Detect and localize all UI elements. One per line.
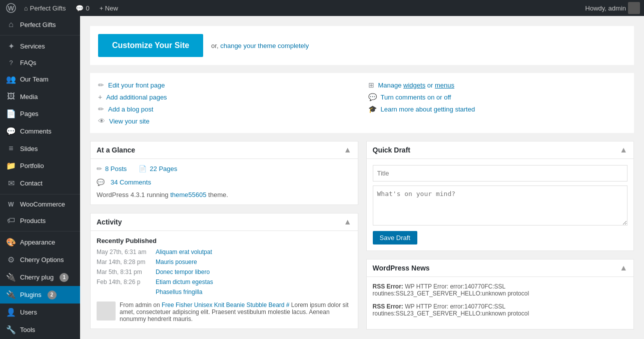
adminbar-new[interactable]: + New [96, 0, 122, 16]
sidebar-item-cherry-options[interactable]: ⚙ Cherry Options [0, 251, 80, 268]
adminbar-site-name: Perfect Gifts [30, 4, 66, 12]
plugins-badge: 2 [48, 290, 57, 300]
quick-link-view-site[interactable]: 👁 View your site [98, 115, 356, 127]
quick-link-learn-more-label: Learn more about getting started [381, 106, 475, 113]
glance-pages-icon: 📄 [139, 165, 147, 172]
sidebar-item-slides[interactable]: ≡ Slides [0, 140, 80, 157]
cherry-options-icon: ⚙ [6, 255, 16, 264]
sidebar-label-portfolio: Portfolio [20, 162, 44, 170]
activity-comment: From admin on Free Fisher Unisex Knit Be… [97, 302, 352, 322]
sidebar-label-media: Media [20, 93, 38, 100]
plugins-icon: 🔌 [6, 290, 16, 300]
services-icon: ✦ [6, 42, 16, 51]
glance-comments-link[interactable]: 34 Comments [111, 178, 151, 186]
comments-toggle-icon: 💬 [368, 93, 377, 101]
customize-or-label: or, [211, 42, 220, 50]
sidebar-item-appearance[interactable]: 🎨 Appearance [0, 234, 80, 251]
quick-draft-toggle[interactable]: ▲ [619, 146, 627, 154]
comments-icon: 💬 [6, 126, 16, 136]
quick-link-add-post[interactable]: ✏ Add a blog post [98, 103, 356, 115]
adminbar-site[interactable]: ⌂ Perfect Gifts [20, 0, 70, 16]
sidebar-label-services: Services [20, 42, 45, 50]
adminbar-comments-count: 0 [86, 4, 89, 12]
sidebar-item-products[interactable]: 🏷 Products [0, 212, 80, 229]
sidebar-item-pages[interactable]: 📄 Pages [0, 105, 80, 122]
faqs-icon: ? [6, 59, 16, 66]
sidebar-label-appearance: Appearance [20, 238, 55, 246]
glance-posts-link[interactable]: 8 Posts [105, 165, 127, 172]
activity-link-2[interactable]: Mauris posuere [156, 258, 197, 266]
glance-pages: 📄 22 Pages [139, 165, 177, 172]
sidebar-item-services[interactable]: ✦ Services [0, 38, 80, 55]
recently-published-title: Recently Published [97, 237, 352, 244]
adminbar-howdy: Howdy, admin [585, 4, 626, 12]
customize-button[interactable]: Customize Your Site [98, 34, 203, 57]
sidebar-item-faqs[interactable]: ? FAQs [0, 55, 80, 70]
quick-link-edit-front[interactable]: ✏ Edit your front page [98, 79, 356, 91]
activity-item-3: Mar 5th, 8:31 pm Donec tempor libero [97, 268, 352, 276]
wp-news-item-1: RSS Error: WP HTTP Error: error:140770FC… [373, 283, 628, 297]
sidebar-item-plugins[interactable]: 🔌 Plugins 2 Installed Plugins Add New Ed… [0, 286, 80, 304]
appearance-icon: 🎨 [6, 238, 16, 247]
quick-draft-widget: Quick Draft ▲ Save Draft [366, 141, 634, 251]
glance-wp-text: WordPress 4.3.1 running [97, 191, 169, 198]
adminbar-comments[interactable]: 💬 0 [72, 0, 93, 16]
sidebar-item-portfolio[interactable]: 📁 Portfolio [0, 157, 80, 174]
activity-item-1: May 27th, 6:31 am Aliquam erat volutpat [97, 248, 352, 256]
sidebar-item-users[interactable]: 👤 Users [0, 304, 80, 321]
change-theme-link[interactable]: change your theme completely [220, 42, 309, 50]
sidebar-label-slides: Slides [20, 145, 38, 152]
activity-item-5: Phasellus fringilla [97, 288, 352, 296]
sidebar-item-comments[interactable]: 💬 Comments [0, 122, 80, 140]
quick-link-widgets[interactable]: ⊞ Manage widgets or menus [368, 79, 626, 91]
at-a-glance-header: At a Glance ▲ [91, 142, 358, 159]
main-content: Customize Your Site or, change your them… [80, 16, 644, 339]
at-a-glance-title: At a Glance [97, 146, 135, 154]
activity-avatar [97, 302, 116, 320]
sidebar-item-media[interactable]: 🖼 Media [0, 88, 80, 105]
activity-comment-text: From admin on Free Fisher Unisex Knit Be… [120, 302, 352, 322]
slides-icon: ≡ [6, 144, 16, 153]
activity-link-3[interactable]: Donec tempor libero [156, 268, 210, 276]
activity-link-5[interactable]: Phasellus fringilla [156, 288, 202, 296]
activity-header: Activity ▲ [91, 214, 358, 231]
save-draft-button[interactable]: Save Draft [373, 231, 417, 244]
sidebar-item-perfect-gifts[interactable]: ⌂ Perfect Gifts [0, 16, 80, 33]
activity-title: Activity [97, 218, 122, 226]
learn-more-icon: 🎓 [368, 105, 377, 113]
wp-news-header: WordPress News ▲ [367, 260, 634, 277]
admin-bar: W ⌂ Perfect Gifts 💬 0 + New Howdy, admin [0, 0, 644, 16]
glance-stats: ✏ 8 Posts 📄 22 Pages [97, 165, 352, 172]
woocommerce-icon: W [6, 201, 16, 208]
quick-link-comments-toggle-label: Turn comments on or off [381, 94, 451, 101]
activity-date-1: May 27th, 6:31 am [97, 248, 152, 256]
quick-draft-content[interactable] [373, 186, 628, 226]
sidebar-item-tools[interactable]: 🔧 Tools [0, 321, 80, 338]
quick-link-comments-toggle[interactable]: 💬 Turn comments on or off [368, 91, 626, 103]
at-a-glance-toggle[interactable]: ▲ [344, 146, 352, 154]
activity-date-4: Feb 14th, 8:26 p [97, 278, 152, 286]
activity-toggle[interactable]: ▲ [344, 218, 352, 226]
activity-comment-link[interactable]: Free Fisher Unisex Knit Beanie Stubble B… [162, 302, 289, 308]
sidebar-label-cherry-plugins: Cherry plug [20, 274, 54, 281]
quick-draft-title-input[interactable] [373, 165, 628, 182]
adminbar-house-icon: ⌂ [24, 4, 28, 12]
quick-link-learn-more[interactable]: 🎓 Learn more about getting started [368, 103, 626, 115]
quick-link-view-site-label: View your site [109, 118, 150, 125]
sidebar-item-contact[interactable]: ✉ Contact [0, 174, 80, 192]
wp-logo[interactable]: W [4, 1, 18, 15]
activity-link-1[interactable]: Aliquam erat volutpat [156, 248, 212, 256]
glance-theme-link[interactable]: theme55605 [170, 191, 206, 198]
wp-news-title: WordPress News [373, 264, 430, 272]
glance-pages-link[interactable]: 22 Pages [150, 165, 177, 172]
sidebar-label-woocommerce: WooCommerce [20, 200, 65, 208]
sidebar-label-pages: Pages [20, 110, 39, 118]
activity-link-4[interactable]: Etiam dictum egestas [156, 278, 213, 286]
quick-link-add-pages[interactable]: + Add additional pages [98, 91, 356, 103]
sidebar-item-our-team[interactable]: 👥 Our Team [0, 70, 80, 88]
wp-news-widget: WordPress News ▲ RSS Error: WP HTTP Erro… [366, 259, 634, 330]
sidebar-item-cherry-plugins[interactable]: 🔌 Cherry plug 1 [0, 268, 80, 286]
admin-avatar [628, 2, 640, 14]
wp-news-toggle[interactable]: ▲ [619, 264, 627, 272]
sidebar-item-woocommerce[interactable]: W WooCommerce [0, 196, 80, 212]
